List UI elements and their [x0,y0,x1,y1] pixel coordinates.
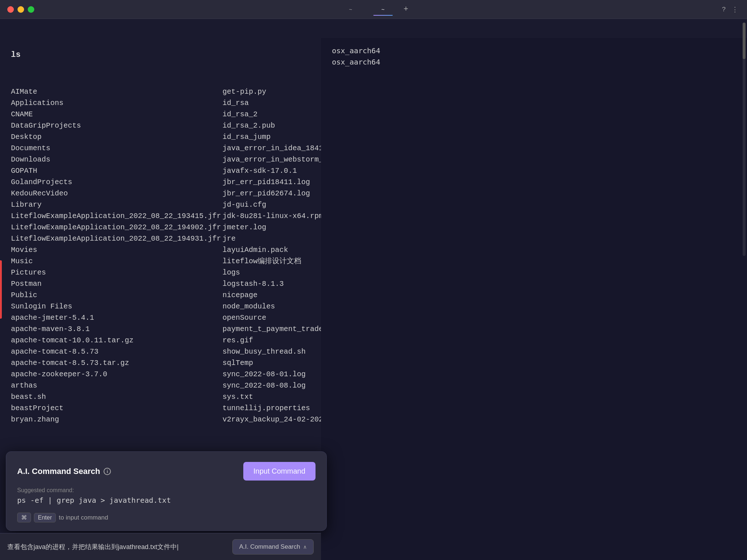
new-tab-button[interactable]: + [399,3,413,15]
titlebar-actions: ? ⋮ [722,5,738,13]
list-item: osx_aarch64 [332,57,736,68]
help-icon[interactable]: ? [722,6,726,13]
tab-1[interactable]: ~ [334,3,367,15]
maximize-button[interactable] [28,6,34,13]
minimize-button[interactable] [18,6,24,13]
suggested-command: ps -ef | grep java > javathread.txt [17,496,316,505]
list-item: Sunlogin Files [11,301,222,312]
list-item: Pictures [11,267,222,278]
list-item: Downloads [11,154,222,165]
right-panel-text: osx_aarch64osx_aarch64 [321,38,747,75]
menu-icon[interactable]: ⋮ [732,5,738,13]
chevron-up-icon: ∧ [303,544,307,550]
enter-key-badge: Enter [34,513,56,522]
list-item: DataGripProjects [11,120,222,131]
list-item: apache-jmeter-5.4.1 [11,312,222,323]
ai-panel-title: A.I. Command Search i [17,467,111,476]
shortcut-hint: ⌘ Enter to input command [17,513,316,522]
list-item: beast.sh [11,391,222,402]
close-button[interactable] [7,6,14,13]
list-item: Documents [11,143,222,154]
bottom-input-text[interactable]: 查看包含java的进程，并把结果输出到javathread.txt文件中| [7,542,228,551]
list-item: AIMate [11,86,222,97]
list-item: beastProject [11,402,222,414]
cursor: | [177,543,179,551]
terminal-window: ls AIMateApplicationsCNAMEDataGripProjec… [0,19,747,560]
list-item: Music [11,256,222,267]
ai-search-button[interactable]: A.I. Command Search ∧ [232,539,314,555]
list-item: Movies [11,244,222,256]
list-item: LiteflowExampleApplication_2022_08_22_19… [11,222,222,233]
list-item: LiteflowExampleApplication_2022_08_22_19… [11,233,222,244]
ai-info-icon[interactable]: i [104,468,111,475]
ai-command-search-panel: A.I. Command Search i Input Command Sugg… [6,451,327,531]
list-item: Public [11,289,222,301]
list-item: apache-tomcat-8.5.73 [11,346,222,357]
list-item: GolandProjects [11,176,222,188]
list-item: Applications [11,97,222,109]
input-command-button[interactable]: Input Command [243,462,316,481]
tab-2[interactable]: ~ [367,3,399,15]
traffic-lights [7,6,34,13]
list-item: arthas [11,380,222,391]
list-item: Postman [11,278,222,289]
cmd-key-badge: ⌘ [17,513,31,522]
right-panel: osx_aarch64osx_aarch64 [321,38,747,560]
list-item: GOPATH [11,165,222,176]
scrollbar[interactable] [743,23,746,256]
ai-overlay-header: A.I. Command Search i Input Command [17,462,316,481]
list-item: apache-tomcat-10.0.11.tar.gz [11,335,222,346]
list-item: apache-zookeeper-3.7.0 [11,369,222,380]
list-item: KedouRecVideo [11,188,222,199]
list-item: CNAME [11,109,222,120]
bottom-input-bar: 查看包含java的进程，并把结果输出到javathread.txt文件中| A.… [0,533,321,560]
titlebar: ~ ~ + ? ⋮ [0,0,747,19]
ls-column-left: AIMateApplicationsCNAMEDataGripProjectsD… [11,86,222,425]
suggested-label: Suggested command: [17,487,316,494]
list-item: apache-tomcat-8.5.73.tar.gz [11,357,222,369]
list-item: Desktop [11,131,222,143]
list-item: osx_aarch64 [332,45,736,57]
list-item: apache-maven-3.8.1 [11,323,222,335]
list-item: Library [11,199,222,210]
list-item: LiteflowExampleApplication_2022_08_22_19… [11,210,222,222]
list-item: bryan.zhang [11,414,222,425]
red-accent-bar [0,260,2,319]
scrollbar-thumb[interactable] [743,23,746,59]
tab-bar: ~ ~ + [334,3,413,15]
